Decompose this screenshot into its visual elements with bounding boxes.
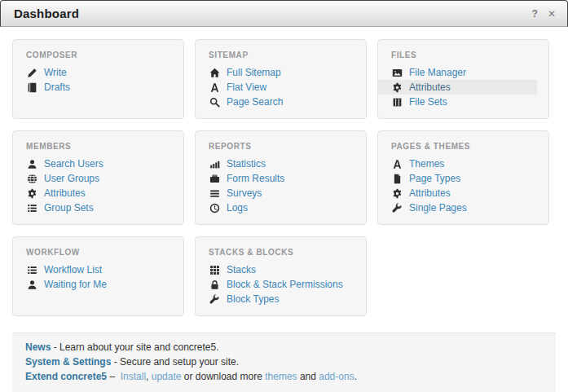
- menu-item-members-attributes[interactable]: Attributes: [13, 186, 172, 200]
- help-icon[interactable]: ?: [532, 9, 538, 19]
- menu-item-block-types[interactable]: Block Types: [196, 292, 354, 306]
- menu-item-label: Waiting for Me: [44, 279, 107, 290]
- menu-item-workflow-list[interactable]: Workflow List: [13, 262, 172, 277]
- close-icon[interactable]: ✕: [548, 9, 556, 19]
- window-titlebar: Dashboard ? ✕: [0, 0, 568, 27]
- card-stacks-blocks: STACKS & BLOCKS Stacks Block & Stack Per…: [195, 236, 367, 316]
- footer-text: - Learn about your site and concrete5.: [51, 341, 218, 353]
- menu-item-themes[interactable]: Themes: [378, 156, 537, 171]
- footer-text: .: [354, 371, 357, 382]
- footer-text: ,: [146, 371, 152, 382]
- card-menu: Statistics Form Results Surveys Logs: [196, 156, 354, 215]
- themes-link[interactable]: themes: [265, 371, 297, 382]
- card-menu: Themes Page Types Attributes Single Page…: [378, 156, 537, 215]
- menu-item-label: Attributes: [409, 187, 451, 199]
- menu-item-label: Attributes: [409, 81, 451, 93]
- window-controls: ? ✕: [532, 9, 556, 19]
- card-files: FILES File Manager Attributes File Sets: [377, 39, 549, 119]
- menu-item-form-results[interactable]: Form Results: [196, 171, 354, 186]
- menu-item-user-groups[interactable]: User Groups: [13, 171, 172, 186]
- menu-item-page-types[interactable]: Page Types: [378, 171, 537, 186]
- menu-item-label: Surveys: [227, 187, 262, 199]
- search-icon: [209, 97, 220, 108]
- card-heading-stacks-blocks: STACKS & BLOCKS: [209, 248, 354, 257]
- menu-item-search-users[interactable]: Search Users: [13, 156, 172, 171]
- globe-icon: [26, 174, 37, 184]
- card-menu: Workflow List Waiting for Me: [13, 262, 172, 292]
- menu-item-label: Search Users: [44, 158, 103, 170]
- card-menu: File Manager Attributes File Sets: [378, 65, 537, 109]
- menu-item-label: Drafts: [44, 81, 70, 93]
- menu-item-block-stack-permissions[interactable]: Block & Stack Permissions: [196, 277, 354, 292]
- card-heading-files: FILES: [391, 51, 537, 59]
- update-link[interactable]: update: [152, 371, 182, 382]
- gear-icon: [391, 82, 403, 93]
- user-icon: [26, 280, 37, 290]
- footer-text: - Secure and setup your site.: [111, 356, 239, 368]
- card-pages-themes: PAGES & THEMES Themes Page Types Attribu…: [377, 130, 549, 225]
- menu-item-pages-attributes[interactable]: Attributes: [378, 186, 537, 200]
- pencil-icon: [26, 68, 37, 78]
- menu-item-label: Themes: [409, 158, 444, 170]
- menu-item-label: Single Pages: [409, 202, 467, 214]
- menu-item-waiting-for-me[interactable]: Waiting for Me: [13, 277, 172, 292]
- menu-item-statistics[interactable]: Statistics: [196, 156, 354, 171]
- install-link[interactable]: Install: [121, 371, 146, 382]
- menu-item-full-sitemap[interactable]: Full Sitemap: [196, 65, 354, 80]
- menu-item-label: File Sets: [409, 96, 447, 108]
- footer-line-system-settings: System & Settings - Secure and setup you…: [25, 355, 543, 369]
- footer-text: or download more: [181, 371, 265, 382]
- menu-item-flat-view[interactable]: Flat View: [196, 80, 354, 95]
- footer-text: –: [107, 371, 121, 382]
- card-heading-workflow: WORKFLOW: [26, 248, 172, 257]
- gear-icon: [391, 188, 403, 199]
- footer-text: and: [297, 371, 319, 382]
- briefcase-icon: [209, 174, 220, 184]
- menu-item-write[interactable]: Write: [13, 65, 172, 80]
- grid-icon: [209, 265, 220, 275]
- lock-icon: [209, 280, 220, 290]
- menu-item-files-attributes[interactable]: Attributes: [378, 80, 537, 95]
- dashboard-window: Dashboard ? ✕ COMPOSER Write Drafts: [0, 0, 568, 392]
- system-settings-link[interactable]: System & Settings: [25, 356, 111, 368]
- clock-icon: [209, 203, 220, 214]
- menu-item-surveys[interactable]: Surveys: [196, 186, 354, 200]
- menu-item-group-sets[interactable]: Group Sets: [13, 200, 172, 215]
- card-menu: Stacks Block & Stack Permissions Block T…: [196, 262, 354, 306]
- menu-item-single-pages[interactable]: Single Pages: [378, 200, 537, 215]
- menu-item-label: File Manager: [409, 67, 466, 78]
- menu-item-file-manager[interactable]: File Manager: [378, 65, 537, 80]
- menu-item-label: Block Types: [227, 293, 279, 305]
- addons-link[interactable]: add-ons: [319, 371, 354, 382]
- card-heading-members: MEMBERS: [26, 142, 172, 151]
- card-workflow: WORKFLOW Workflow List Waiting for Me: [12, 236, 184, 316]
- menu-item-label: Full Sitemap: [227, 67, 281, 78]
- wrench-icon: [209, 294, 220, 305]
- card-sitemap: SITEMAP Full Sitemap Flat View Page Sear…: [195, 39, 367, 119]
- card-menu: Search Users User Groups Attributes Grou…: [13, 156, 172, 215]
- card-menu: Full Sitemap Flat View Page Search: [196, 65, 354, 109]
- columns-icon: [391, 97, 403, 108]
- menu-item-label: Write: [44, 67, 67, 78]
- extend-concrete5-link[interactable]: Extend concrete5: [25, 371, 107, 382]
- card-heading-composer: COMPOSER: [26, 51, 172, 59]
- menu-item-drafts[interactable]: Drafts: [13, 80, 172, 95]
- menu-item-file-sets[interactable]: File Sets: [378, 95, 537, 109]
- menu-item-logs[interactable]: Logs: [196, 200, 354, 215]
- home-icon: [209, 68, 220, 78]
- font-icon: [209, 82, 220, 93]
- book-icon: [26, 82, 37, 93]
- menu-item-label: User Groups: [44, 173, 99, 184]
- footer-line-news: News - Learn about your site and concret…: [25, 340, 543, 355]
- card-heading-pages-themes: PAGES & THEMES: [391, 142, 537, 151]
- list-icon: [26, 203, 37, 214]
- menu-item-page-search[interactable]: Page Search: [196, 95, 354, 109]
- card-members: MEMBERS Search Users User Groups Attribu…: [12, 130, 184, 225]
- news-link[interactable]: News: [25, 341, 51, 353]
- menu-item-stacks[interactable]: Stacks: [196, 262, 354, 277]
- card-composer: COMPOSER Write Drafts: [12, 39, 184, 119]
- dashboard-content: COMPOSER Write Drafts SITEMAP: [0, 27, 568, 392]
- wrench-icon: [391, 203, 403, 214]
- menu-item-label: Group Sets: [44, 202, 94, 214]
- align-justify-icon: [209, 188, 220, 199]
